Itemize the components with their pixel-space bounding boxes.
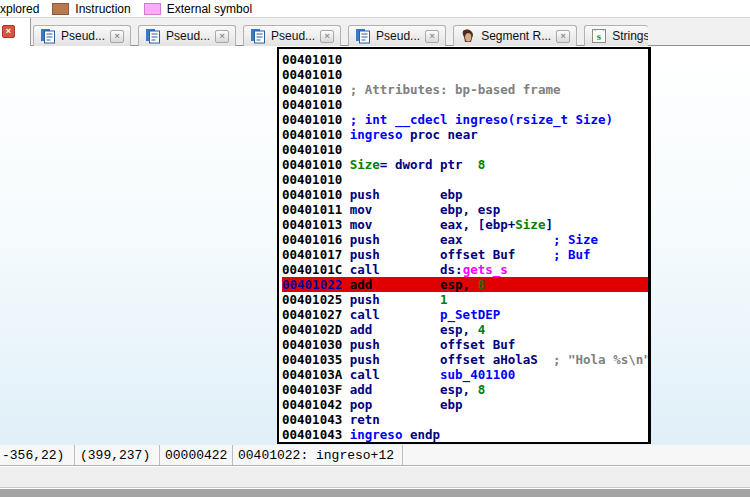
- code-line[interactable]: 0040103F add esp, 8: [282, 382, 648, 397]
- tab-pseudocode-2[interactable]: Pseud... ×: [138, 25, 236, 46]
- svg-text:': ': [603, 29, 604, 35]
- code-line[interactable]: 00401011 mov ebp, esp: [282, 202, 648, 217]
- legend-label-external-symbol: External symbol: [167, 2, 252, 16]
- tab-pseudocode-1[interactable]: Pseud... ×: [33, 25, 131, 46]
- tab-active-cut[interactable]: ×: [0, 18, 31, 46]
- tab-label: Pseud...: [271, 29, 315, 43]
- external-symbol-color-swatch: [144, 3, 161, 15]
- code-line[interactable]: 00401025 push 1: [282, 292, 648, 307]
- status-cell: (399,237): [75, 445, 160, 465]
- close-tab-icon[interactable]: ×: [425, 30, 439, 43]
- legend-label-unexplored: xplored: [0, 2, 39, 16]
- code-line[interactable]: 0040101C call ds:gets_s: [282, 262, 648, 277]
- status-cell: 00000422: [160, 445, 233, 465]
- graph-canvas[interactable]: 004010100040101000401010 ; Attributes: b…: [0, 46, 750, 445]
- code-line[interactable]: 00401013 mov eax, [ebp+Size]: [282, 217, 648, 232]
- pseudocode-icon: [250, 28, 266, 44]
- tab-pseudocode-4[interactable]: Pseud... ×: [348, 25, 446, 46]
- status-cell: 00401022: ingreso+12: [233, 445, 403, 465]
- instruction-color-swatch: [52, 3, 69, 15]
- code-line[interactable]: 00401010: [282, 52, 648, 67]
- code-line[interactable]: 00401010 ; int __cdecl ingreso(rsize_t S…: [282, 112, 648, 127]
- window-bottom-edge: [0, 488, 750, 497]
- tab-label: Segment R...: [481, 29, 551, 43]
- close-tab-icon[interactable]: ×: [110, 30, 124, 43]
- tab-strings[interactable]: s ' ' Strings: [584, 25, 648, 46]
- svg-text:s: s: [597, 30, 602, 42]
- code-line[interactable]: 00401010 ; Attributes: bp-based frame: [282, 82, 648, 97]
- code-line[interactable]: 00401043 retn: [282, 412, 648, 427]
- tab-label: Strings: [612, 29, 648, 43]
- pseudocode-icon: [40, 28, 56, 44]
- code-line[interactable]: 0040102D add esp, 4: [282, 322, 648, 337]
- code-line[interactable]: 0040103A call sub_401100: [282, 367, 648, 382]
- disassembly-node: 004010100040101000401010 ; Attributes: b…: [277, 47, 651, 444]
- code-line[interactable]: 00401022 add esp, 8: [282, 277, 648, 292]
- code-line[interactable]: 00401043 ingreso endp: [282, 427, 648, 442]
- code-line[interactable]: 00401035 push offset aHolaS ; "Hola %s\n…: [282, 352, 648, 367]
- code-line[interactable]: 00401010: [282, 97, 648, 112]
- code-line[interactable]: 00401010: [282, 67, 648, 82]
- svg-text:': ': [595, 29, 596, 35]
- code-line[interactable]: 00401017 push offset Buf ; Buf: [282, 247, 648, 262]
- code-line[interactable]: 00401030 push offset Buf: [282, 337, 648, 352]
- pseudocode-icon: [145, 28, 161, 44]
- tab-label: Pseud...: [376, 29, 420, 43]
- navband-legend: xplored Instruction External symbol: [0, 0, 750, 18]
- status-bar: -356,22)(399,237)0000042200401022: ingre…: [0, 445, 750, 466]
- close-tab-icon[interactable]: ×: [215, 30, 229, 43]
- code-line[interactable]: 00401016 push eax ; Size: [282, 232, 648, 247]
- tab-bar: × Pseud... × Pseud... ×: [0, 18, 750, 46]
- close-tab-icon[interactable]: ×: [2, 25, 15, 38]
- segment-registers-icon: [460, 28, 476, 44]
- code-line[interactable]: 00401042 pop ebp: [282, 397, 648, 412]
- tab-pseudocode-3[interactable]: Pseud... ×: [243, 25, 341, 46]
- code-line[interactable]: 00401010 push ebp: [282, 187, 648, 202]
- code-line[interactable]: 00401010: [282, 142, 648, 157]
- bottom-spacer: [0, 466, 750, 488]
- code-line[interactable]: 00401027 call p_SetDEP: [282, 307, 648, 322]
- legend-label-instruction: Instruction: [75, 2, 130, 16]
- tab-label: Pseud...: [61, 29, 105, 43]
- code-line[interactable]: 00401010 ingreso proc near: [282, 127, 648, 142]
- code-line[interactable]: 00401010: [282, 172, 648, 187]
- tab-label: Pseud...: [166, 29, 210, 43]
- strings-icon: s ' ': [591, 28, 607, 44]
- tab-segment-registers[interactable]: Segment R... ×: [453, 25, 577, 46]
- close-tab-icon[interactable]: ×: [320, 30, 334, 43]
- status-cell: -356,22): [0, 445, 75, 465]
- close-tab-icon[interactable]: ×: [556, 30, 570, 43]
- ida-window: xplored Instruction External symbol × Ps…: [0, 0, 750, 497]
- code-line[interactable]: 00401010 Size= dword ptr 8: [282, 157, 648, 172]
- pseudocode-icon: [355, 28, 371, 44]
